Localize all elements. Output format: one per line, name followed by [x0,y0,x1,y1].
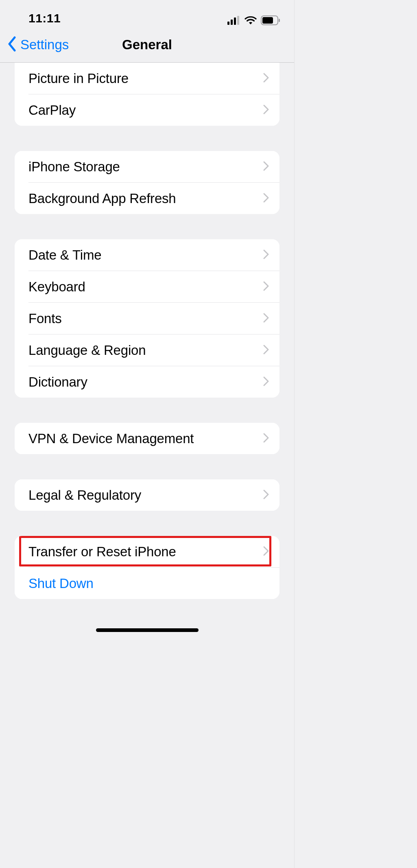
row-vpn-device-management[interactable]: VPN & Device Management [15,423,279,454]
home-indicator [96,628,199,632]
settings-group: Date & Time Keyboard Fonts Language & Re… [15,239,279,398]
chevron-right-icon [263,376,269,388]
chevron-right-icon [263,281,269,293]
row-legal-regulatory[interactable]: Legal & Regulatory [15,479,279,511]
row-keyboard[interactable]: Keyboard [15,271,279,302]
back-label: Settings [20,37,69,52]
page-title: General [122,37,172,52]
row-shut-down[interactable]: Shut Down [15,568,279,599]
status-bar: 11:11 [0,0,294,27]
chevron-right-icon [263,345,269,356]
settings-group: Legal & Regulatory [15,479,279,511]
nav-bar: Settings General [0,27,294,63]
row-label: VPN & Device Management [28,431,194,446]
row-date-time[interactable]: Date & Time [15,239,279,271]
row-label: iPhone Storage [28,159,120,175]
row-label: Keyboard [28,279,85,295]
row-label: Dictionary [28,374,87,390]
row-label: Fonts [28,311,62,326]
row-background-app-refresh[interactable]: Background App Refresh [15,183,279,214]
chevron-right-icon [263,546,269,558]
svg-rect-3 [237,16,239,25]
row-label: Picture in Picture [28,71,129,86]
svg-rect-5 [279,19,280,22]
chevron-right-icon [263,193,269,204]
svg-rect-2 [234,17,236,25]
chevron-right-icon [263,105,269,116]
svg-rect-1 [231,20,233,25]
row-iphone-storage[interactable]: iPhone Storage [15,151,279,182]
row-transfer-or-reset-iphone[interactable]: Transfer or Reset iPhone [15,536,279,567]
settings-group: Picture in Picture CarPlay [15,63,279,126]
row-label: Date & Time [28,247,101,263]
settings-group: Transfer or Reset iPhone Shut Down [15,536,279,599]
cellular-icon [227,16,240,25]
chevron-right-icon [263,161,269,173]
row-label: Shut Down [28,576,94,591]
row-carplay[interactable]: CarPlay [15,94,279,126]
chevron-right-icon [263,73,269,84]
settings-group: iPhone Storage Background App Refresh [15,151,279,214]
row-label: CarPlay [28,103,76,118]
status-icons [227,15,280,25]
row-label: Transfer or Reset iPhone [28,544,176,560]
chevron-right-icon [263,490,269,501]
row-dictionary[interactable]: Dictionary [15,366,279,398]
row-label: Legal & Regulatory [28,488,141,503]
chevron-right-icon [263,313,269,324]
settings-group: VPN & Device Management [15,423,279,454]
row-fonts[interactable]: Fonts [15,303,279,334]
wifi-icon [245,16,257,25]
row-picture-in-picture[interactable]: Picture in Picture [15,63,279,94]
status-time: 11:11 [14,11,61,25]
phone-frame: 11:11 [0,0,295,868]
row-label: Background App Refresh [28,191,176,206]
chevron-left-icon [7,36,16,53]
chevron-right-icon [263,433,269,444]
back-button[interactable]: Settings [7,36,69,53]
battery-icon [261,15,280,25]
svg-rect-6 [262,17,273,24]
svg-rect-0 [227,22,229,25]
row-label: Language & Region [28,343,146,358]
chevron-right-icon [263,249,269,261]
row-language-region[interactable]: Language & Region [15,335,279,366]
